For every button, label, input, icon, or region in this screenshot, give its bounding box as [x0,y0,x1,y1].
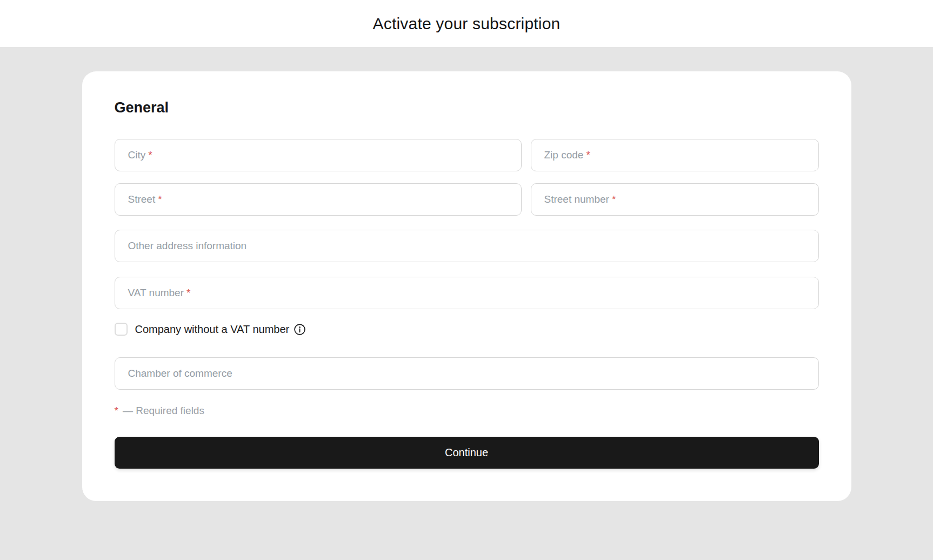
required-asterisk: * [158,194,162,205]
street-placeholder: Street [128,194,156,205]
required-asterisk: * [186,287,190,299]
other-address-input[interactable]: Other address information [115,230,819,262]
vat-exempt-checkbox[interactable] [115,323,128,336]
address-row-2: Street * Street number * [115,183,819,216]
info-icon[interactable] [294,324,305,335]
other-address-placeholder: Other address information [128,240,247,252]
content-area: General City * Zip code * Street * Stree… [0,47,933,560]
vat-exempt-label: Company without a VAT number [135,323,290,336]
chamber-of-commerce-input[interactable]: Chamber of commerce [115,357,819,390]
vat-number-placeholder: VAT number [128,287,184,299]
chamber-of-commerce-placeholder: Chamber of commerce [128,368,232,379]
page-header: Activate your subscription [0,0,933,47]
section-title: General [115,99,819,116]
zip-code-input[interactable]: Zip code * [531,139,819,171]
city-input[interactable]: City * [115,139,522,171]
vat-exempt-row: Company without a VAT number [115,323,819,336]
required-note: * — Required fields [115,405,819,417]
page-title: Activate your subscription [372,15,560,33]
vat-number-input[interactable]: VAT number * [115,277,819,309]
continue-button[interactable]: Continue [115,437,819,469]
required-asterisk: * [612,194,616,205]
required-asterisk: * [586,149,590,161]
required-note-text: — Required fields [123,405,204,417]
street-number-input[interactable]: Street number * [531,183,819,216]
city-placeholder: City [128,149,146,161]
street-number-placeholder: Street number [544,194,609,205]
zip-code-placeholder: Zip code [544,149,584,161]
required-asterisk: * [148,149,152,161]
address-row-1: City * Zip code * [115,139,819,171]
street-input[interactable]: Street * [115,183,522,216]
form-card: General City * Zip code * Street * Stree… [82,71,851,501]
required-note-asterisk: * [115,405,118,417]
